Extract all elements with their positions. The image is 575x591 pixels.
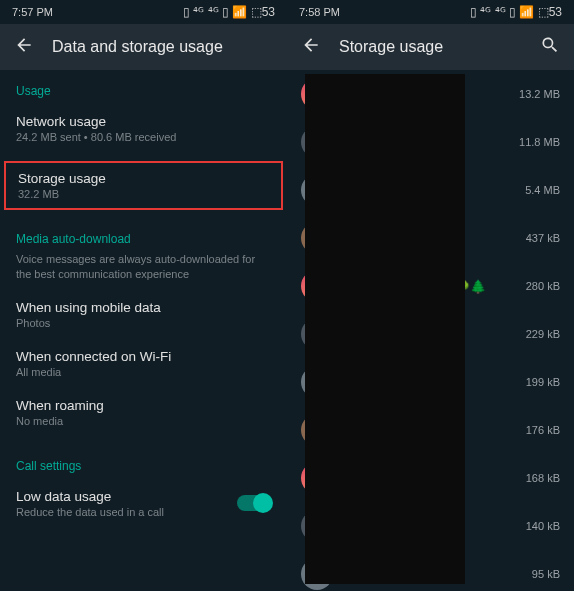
chat-size: 176 kB (526, 424, 560, 436)
section-calls: Call settings (0, 445, 287, 479)
left-screen: 7:57 PM ▯ ⁴ᴳ ⁴ᴳ ▯ 📶 ⬚53 Data and storage… (0, 0, 287, 591)
item-title: Network usage (16, 114, 271, 129)
storage-usage-highlight: Storage usage 32.2 MB (4, 161, 283, 210)
back-icon[interactable] (14, 35, 34, 59)
clock: 7:58 PM (299, 6, 340, 18)
low-data-item[interactable]: Low data usage Reduce the data used in a… (0, 479, 287, 528)
chat-size: 11.8 MB (519, 136, 560, 148)
settings-content: Usage Network usage 24.2 MB sent • 80.6 … (0, 70, 287, 591)
chat-size: 95 kB (532, 568, 560, 580)
section-usage: Usage (0, 70, 287, 104)
right-screen: 7:58 PM ▯ ⁴ᴳ ⁴ᴳ ▯ 📶 ⬚53 Storage usage 13… (287, 0, 574, 591)
section-autodl: Media auto-download (0, 218, 287, 252)
item-sub: All media (16, 366, 271, 378)
item-title: Low data usage (16, 489, 237, 504)
page-title: Storage usage (339, 38, 522, 56)
chat-size: 13.2 MB (519, 88, 560, 100)
status-icons: ▯ ⁴ᴳ ⁴ᴳ ▯ 📶 ⬚53 (183, 5, 275, 19)
status-icons: ▯ ⁴ᴳ ⁴ᴳ ▯ 📶 ⬚53 (470, 5, 562, 19)
item-title: When roaming (16, 398, 271, 413)
page-title: Data and storage usage (52, 38, 273, 56)
item-sub: Photos (16, 317, 271, 329)
item-title: When using mobile data (16, 300, 271, 315)
search-icon[interactable] (540, 35, 560, 59)
storage-usage-item[interactable]: Storage usage 32.2 MB (6, 163, 281, 208)
mobile-data-item[interactable]: When using mobile data Photos (0, 290, 287, 339)
app-bar: Storage usage (287, 24, 574, 70)
item-sub: Reduce the data used in a call (16, 506, 237, 518)
item-title: When connected on Wi-Fi (16, 349, 271, 364)
roaming-item[interactable]: When roaming No media (0, 388, 287, 437)
item-sub: 24.2 MB sent • 80.6 MB received (16, 131, 271, 143)
redaction-overlay (305, 74, 465, 584)
chat-size: 229 kB (526, 328, 560, 340)
chat-size: 199 kB (526, 376, 560, 388)
item-title: Storage usage (18, 171, 269, 186)
clock: 7:57 PM (12, 6, 53, 18)
autodl-desc: Voice messages are always auto-downloade… (0, 252, 287, 290)
chat-size: 280 kB (526, 280, 560, 292)
chat-size: 5.4 MB (525, 184, 560, 196)
chat-size: 437 kB (526, 232, 560, 244)
status-bar: 7:58 PM ▯ ⁴ᴳ ⁴ᴳ ▯ 📶 ⬚53 (287, 0, 574, 24)
chat-size: 140 kB (526, 520, 560, 532)
back-icon[interactable] (301, 35, 321, 59)
item-sub: No media (16, 415, 271, 427)
item-sub: 32.2 MB (18, 188, 269, 200)
chat-size: 168 kB (526, 472, 560, 484)
status-bar: 7:57 PM ▯ ⁴ᴳ ⁴ᴳ ▯ 📶 ⬚53 (0, 0, 287, 24)
wifi-item[interactable]: When connected on Wi-Fi All media (0, 339, 287, 388)
network-usage-item[interactable]: Network usage 24.2 MB sent • 80.6 MB rec… (0, 104, 287, 153)
low-data-toggle[interactable] (237, 495, 271, 511)
app-bar: Data and storage usage (0, 24, 287, 70)
